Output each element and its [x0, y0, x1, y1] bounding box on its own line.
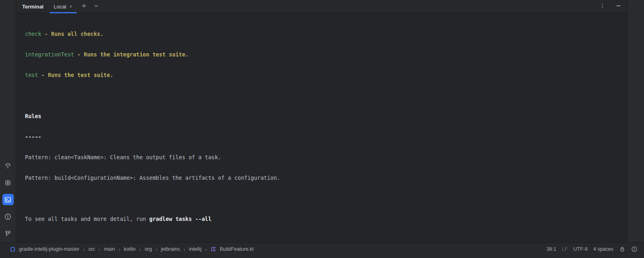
project-icon	[10, 247, 15, 252]
encoding-widget[interactable]: UTF-8	[574, 246, 588, 252]
lock-icon[interactable]	[619, 246, 625, 252]
rules-heading: Rules	[16, 112, 627, 120]
chevron-down-icon	[93, 3, 99, 10]
status-bar: gradle-intellij-plugin-master › src › ma…	[0, 242, 644, 258]
terminal-output-line: test - Runs the test suite.	[16, 71, 627, 79]
terminal-output-line: Pattern: build<ConfigurationName>: Assem…	[16, 174, 627, 182]
build-hammer-icon	[4, 162, 11, 169]
alert-circle-icon[interactable]	[631, 246, 638, 252]
breadcrumb-item-kotlin[interactable]: kotlin	[124, 246, 136, 252]
problems-icon	[4, 213, 11, 220]
breadcrumb: gradle-intellij-plugin-master › src › ma…	[10, 246, 254, 252]
ide-window: Terminal Local ✕ check - R	[0, 0, 644, 258]
rules-underline: -----	[16, 133, 627, 141]
terminal-header: Terminal Local ✕	[16, 0, 627, 13]
breadcrumb-item-jetbrains[interactable]: jetbrains	[161, 246, 180, 252]
breadcrumb-separator-icon: ›	[184, 246, 185, 252]
indent-widget[interactable]: 4 spaces	[593, 246, 613, 252]
more-options-button[interactable]	[597, 2, 607, 11]
terminal-output-line: To see all tasks and more detail, run gr…	[16, 215, 627, 223]
terminal-output-line: Pattern: clean<TaskName>: Cleans the out…	[16, 154, 627, 161]
kebab-menu-icon	[599, 3, 605, 10]
build-tool-button[interactable]	[2, 160, 14, 171]
line-ending-widget[interactable]: LF	[562, 246, 568, 252]
terminal-icon	[4, 196, 11, 203]
breadcrumb-item-main[interactable]: main	[104, 246, 115, 252]
breadcrumb-separator-icon: ›	[205, 246, 207, 252]
problems-tool-button[interactable]	[2, 211, 14, 222]
version-control-branch-icon	[4, 230, 11, 237]
new-tab-button[interactable]	[79, 2, 89, 11]
tab-local[interactable]: Local ✕	[50, 0, 76, 13]
panel-title: Terminal	[22, 4, 43, 10]
breadcrumb-separator-icon: ›	[155, 246, 157, 252]
breadcrumb-separator-icon: ›	[99, 246, 100, 252]
tab-list-dropdown-button[interactable]	[91, 2, 101, 11]
terminal-tool-button[interactable]	[2, 194, 14, 205]
caret-position-widget[interactable]: 38:1	[547, 246, 556, 252]
breadcrumb-item-intellij[interactable]: intellij	[189, 246, 201, 252]
minimize-button[interactable]	[613, 2, 623, 11]
terminal-output-line: integrationTest - Runs the integration t…	[16, 51, 627, 58]
services-run-icon	[4, 179, 11, 186]
kotlin-file-icon	[211, 246, 216, 252]
breadcrumb-separator-icon: ›	[139, 246, 141, 252]
terminal-output-line: check - Runs all checks.	[16, 30, 627, 38]
left-toolwindow-stripe	[0, 0, 16, 242]
tab-local-label: Local	[54, 4, 66, 10]
breadcrumb-item-project[interactable]: gradle-intellij-plugin-master	[19, 246, 79, 252]
breadcrumb-item-org[interactable]: org	[144, 246, 152, 252]
breadcrumb-separator-icon: ›	[119, 246, 120, 252]
terminal-output[interactable]: check - Runs all checks. integrationTest…	[16, 13, 627, 242]
breadcrumb-separator-icon: ›	[83, 246, 85, 252]
right-toolwindow-stripe	[627, 0, 644, 242]
minimize-icon	[615, 3, 621, 10]
services-tool-button[interactable]	[2, 177, 14, 188]
version-control-tool-button[interactable]	[2, 228, 14, 239]
terminal-panel: Terminal Local ✕ check - R	[16, 0, 627, 242]
breadcrumb-item-src[interactable]: src	[88, 246, 95, 252]
plus-icon	[81, 3, 87, 10]
breadcrumb-item-file[interactable]: BuildFeature.kt	[220, 246, 254, 252]
close-tab-icon[interactable]: ✕	[69, 4, 72, 9]
